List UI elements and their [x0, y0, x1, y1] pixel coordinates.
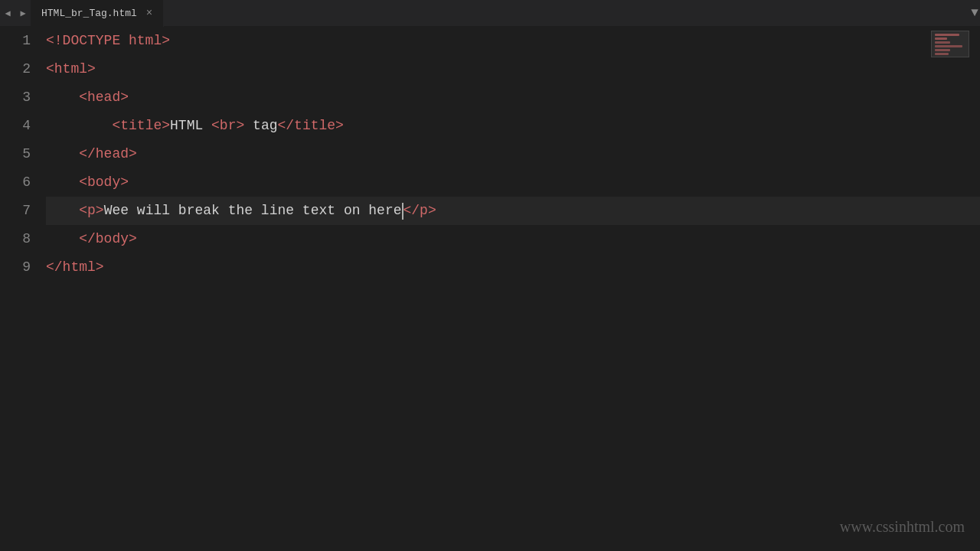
code-line-9: </html> — [46, 253, 980, 282]
code-token: </head> — [79, 140, 137, 168]
tab-filename: HTML_br_Tag.html — [41, 8, 137, 19]
code-line-7: <p> Wee will break the line text on here… — [46, 197, 980, 225]
editor-tab[interactable]: HTML_br_Tag.html × — [31, 0, 164, 27]
code-token: Wee will break the line text on here — [104, 197, 402, 225]
code-token: tag — [244, 112, 277, 140]
minimap-content — [932, 31, 969, 57]
code-line-5: </head> — [46, 140, 980, 168]
line-num-6: 6 — [0, 168, 31, 197]
code-token: </html> — [46, 253, 104, 282]
code-area[interactable]: <!DOCTYPE html> <html> <head> <title> HT… — [38, 27, 980, 551]
tab-close-button[interactable]: × — [143, 7, 155, 19]
minimap-line — [935, 53, 949, 55]
code-token: <html> — [46, 55, 96, 83]
line-num-7: 7 — [0, 197, 31, 225]
code-token: <!DOCTYPE html> — [46, 27, 170, 55]
code-indent — [46, 197, 79, 225]
code-token: <title> — [112, 112, 170, 140]
minimap-line — [935, 34, 959, 36]
nav-forward-button[interactable]: ▶ — [15, 0, 31, 27]
minimap-line — [935, 57, 965, 57]
code-indent — [46, 225, 79, 253]
line-num-3: 3 — [0, 83, 31, 112]
code-editor[interactable]: 1 2 3 4 5 6 7 8 9 <!DOCTYPE html> <html>… — [0, 27, 980, 551]
line-num-2: 2 — [0, 55, 31, 83]
code-indent — [46, 168, 79, 197]
code-token: <p> — [79, 197, 103, 225]
line-num-1: 1 — [0, 27, 31, 55]
line-numbers: 1 2 3 4 5 6 7 8 9 — [0, 27, 38, 551]
code-line-1: <!DOCTYPE html> — [46, 27, 980, 55]
code-indent — [46, 140, 79, 168]
code-line-2: <html> — [46, 55, 980, 83]
minimap-line — [935, 41, 950, 44]
code-line-8: </body> — [46, 225, 980, 253]
code-line-3: <head> — [46, 83, 980, 112]
minimap-line — [935, 37, 947, 40]
code-indent — [46, 83, 79, 112]
line-num-8: 8 — [0, 225, 31, 253]
code-token: HTML — [170, 112, 211, 140]
code-indent — [46, 112, 112, 140]
tab-bar: ◀ ▶ HTML_br_Tag.html × ▼ — [0, 0, 980, 27]
line-num-5: 5 — [0, 140, 31, 168]
code-token: </body> — [79, 225, 137, 253]
code-token: <body> — [79, 168, 129, 197]
code-token: <br> — [211, 112, 244, 140]
line-num-4: 4 — [0, 112, 31, 140]
code-line-6: <body> — [46, 168, 980, 197]
code-token: </p> — [403, 197, 436, 225]
minimap-thumbnail — [931, 31, 969, 57]
code-token: </title> — [278, 112, 344, 140]
code-token: <head> — [79, 83, 129, 112]
code-line-4: <title> HTML <br> tag </title> — [46, 112, 980, 140]
nav-back-button[interactable]: ◀ — [0, 0, 15, 27]
tab-scrollbar-right[interactable]: ▼ — [969, 0, 980, 27]
minimap-line — [935, 49, 950, 51]
minimap-line — [935, 45, 962, 47]
line-num-9: 9 — [0, 253, 31, 282]
